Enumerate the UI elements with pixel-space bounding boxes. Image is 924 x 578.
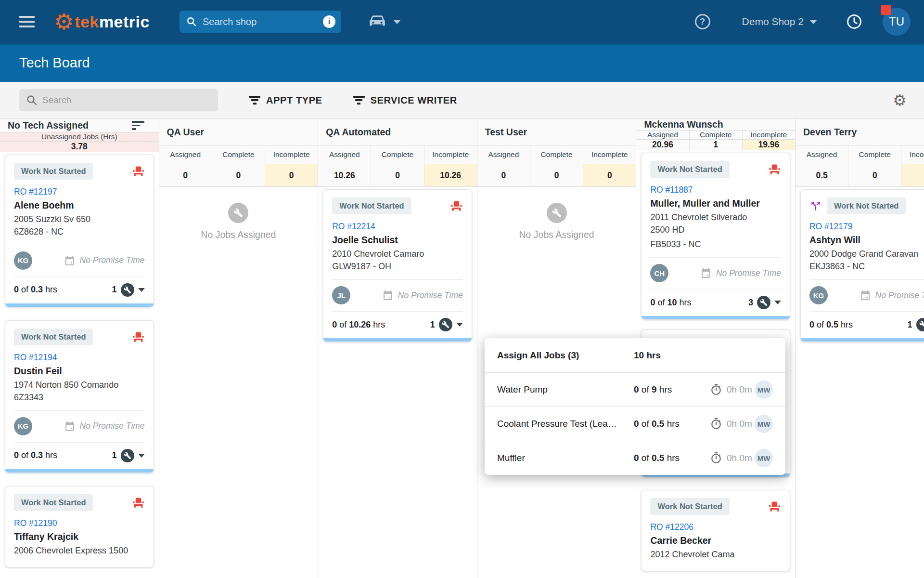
ro-link[interactable]: RO #11887 bbox=[650, 185, 781, 195]
popup-job-row[interactable]: Water Pump 0 of 9 hrs 0h 0m MW bbox=[485, 372, 785, 407]
wrench-icon bbox=[916, 318, 924, 331]
assigned-label: Assigned bbox=[159, 145, 212, 164]
ro-link[interactable]: RO #12190 bbox=[14, 518, 145, 528]
plate-info: FB5033 - NC bbox=[650, 238, 781, 250]
job-card[interactable]: Work Not Started RO #11887 Muller, Mulle… bbox=[641, 153, 790, 320]
tech-avatar: JL bbox=[332, 286, 350, 304]
ro-link[interactable]: RO #12206 bbox=[650, 522, 781, 532]
search-icon bbox=[186, 16, 197, 27]
job-card[interactable]: Work Not Started RO #12197 Alene Boehm 2… bbox=[5, 155, 154, 307]
filter-icon bbox=[249, 94, 260, 106]
incomplete-label: Incomplete bbox=[743, 131, 795, 139]
job-card[interactable]: Work Not Started RO #12179 Ashtyn Will 2… bbox=[800, 189, 924, 342]
job-count: 3 bbox=[748, 298, 753, 308]
assign-all-jobs-row[interactable]: Assign All Jobs (3) 10 hrs bbox=[485, 338, 785, 372]
brand-tek: tek bbox=[75, 13, 99, 31]
user-avatar[interactable]: TU bbox=[883, 8, 911, 36]
promise-time: No Promise Time bbox=[716, 268, 781, 278]
job-card[interactable]: Work Not Started RO #12206 Carrie Becker… bbox=[641, 490, 790, 571]
job-count-dropdown[interactable]: 1 bbox=[908, 318, 924, 331]
job-name: Muffler bbox=[497, 453, 634, 463]
column-deven-terry: Deven Terry Assigned Complete Incomplete… bbox=[796, 119, 924, 578]
time-clock-icon[interactable] bbox=[846, 13, 862, 30]
incomplete-label: Incomplete bbox=[583, 145, 636, 164]
sort-icon[interactable] bbox=[132, 119, 144, 132]
incomplete-value: 0 bbox=[583, 164, 636, 186]
hours-progress: 0 of 10.26 hrs bbox=[332, 320, 385, 330]
complete-value: 0 bbox=[848, 164, 901, 186]
ro-link[interactable]: RO #12214 bbox=[332, 222, 463, 232]
complete-label: Complete bbox=[848, 145, 901, 164]
brand-metric: metric bbox=[99, 13, 150, 31]
incomplete-value: 0 bbox=[265, 164, 318, 186]
card-progress-strip bbox=[642, 316, 790, 319]
job-count-dropdown[interactable]: 1 bbox=[112, 449, 145, 462]
ro-link[interactable]: RO #12197 bbox=[14, 187, 145, 197]
complete-label: Complete bbox=[690, 131, 743, 139]
popup-job-row[interactable]: Muffler 0 of 0.5 hrs 0h 0m MW bbox=[485, 441, 785, 475]
no-jobs-placeholder: No Jobs Assigned bbox=[482, 189, 631, 240]
tech-avatar: MW bbox=[755, 381, 773, 399]
job-card[interactable]: Work Not Started RO #12214 Joelle Schuli… bbox=[323, 189, 472, 342]
vehicle-info: 1974 Norton 850 Comando bbox=[14, 379, 145, 391]
complete-label: Complete bbox=[212, 145, 265, 164]
job-count-dropdown[interactable]: 1 bbox=[112, 283, 145, 297]
card-progress-strip bbox=[801, 338, 924, 342]
service-writer-filter[interactable]: SERVICE WRITER bbox=[353, 94, 457, 106]
column-no-tech-assigned: No Tech Assigned Unassigned Jobs (Hrs) 3… bbox=[0, 119, 159, 578]
menu-icon[interactable] bbox=[19, 13, 35, 30]
card-progress-strip bbox=[5, 303, 154, 307]
appt-type-filter[interactable]: APPT TYPE bbox=[249, 94, 322, 106]
calendar-icon bbox=[700, 267, 712, 279]
promise-time: No Promise Time bbox=[398, 290, 463, 301]
wrench-icon bbox=[439, 318, 452, 331]
no-jobs-placeholder: No Jobs Assigned bbox=[164, 189, 313, 240]
ro-link[interactable]: RO #12179 bbox=[809, 222, 924, 232]
calendar-icon bbox=[382, 289, 394, 301]
assigned-value: 0 bbox=[477, 164, 530, 186]
status-badge: Work Not Started bbox=[14, 163, 93, 180]
car-icon bbox=[368, 14, 386, 29]
unassigned-jobs-value: 3.78 bbox=[0, 142, 159, 152]
help-icon[interactable]: ? bbox=[695, 14, 710, 29]
filter-bar: APPT TYPE SERVICE WRITER ⚙ bbox=[0, 82, 924, 118]
promise-time: No Promise Time bbox=[875, 290, 924, 301]
settings-gear-icon[interactable]: ⚙ bbox=[893, 91, 907, 109]
column-title: QA Automated bbox=[326, 127, 391, 138]
assign-all-label: Assign All Jobs (3) bbox=[497, 350, 634, 361]
shop-search[interactable]: i bbox=[180, 11, 341, 33]
board-search-input[interactable] bbox=[42, 95, 201, 105]
waiter-seat-icon bbox=[450, 199, 463, 212]
popup-job-row[interactable]: Coolant Pressure Test (Lea… 0 of 0.5 hrs… bbox=[485, 407, 785, 441]
timer-icon bbox=[710, 383, 722, 396]
incomplete-value: 0 bbox=[901, 164, 924, 186]
job-count-dropdown[interactable]: 1 bbox=[430, 318, 463, 331]
job-clocked-time: 0h 0m bbox=[727, 453, 752, 463]
shop-search-input[interactable] bbox=[203, 16, 313, 27]
shop-name: Demo Shop 2 bbox=[742, 16, 804, 27]
shop-selector[interactable]: Demo Shop 2 bbox=[742, 16, 817, 27]
board-search[interactable] bbox=[19, 89, 218, 111]
promise-time: No Promise Time bbox=[80, 255, 145, 265]
job-count-dropdown[interactable]: 3 bbox=[748, 296, 781, 309]
assigned-value: 0.5 bbox=[796, 164, 848, 186]
incomplete-label: Incomplete bbox=[901, 145, 924, 164]
job-clocked-time: 0h 0m bbox=[727, 419, 752, 429]
unassigned-jobs-label: Unassigned Jobs (Hrs) bbox=[0, 132, 159, 141]
status-badge: Work Not Started bbox=[14, 494, 93, 511]
waiter-seat-icon bbox=[768, 163, 781, 176]
info-icon[interactable]: i bbox=[323, 15, 335, 28]
job-card[interactable]: Work Not Started RO #12194 Dustin Feil 1… bbox=[5, 320, 154, 473]
job-card[interactable]: Work Not Started RO #12190 Tiffany Krajc… bbox=[5, 486, 154, 567]
timer-icon bbox=[710, 418, 722, 430]
customer-name: Carrie Becker bbox=[650, 535, 781, 546]
customer-name: Muller, Muller and Muller bbox=[650, 198, 781, 209]
plate-info: EKJ3863 - NC bbox=[809, 260, 924, 273]
status-badge: Work Not Started bbox=[650, 161, 729, 178]
wrench-icon bbox=[757, 296, 770, 309]
incomplete-value: 19.96 bbox=[743, 140, 795, 150]
no-jobs-text: No Jobs Assigned bbox=[164, 229, 313, 240]
ro-link[interactable]: RO #12194 bbox=[14, 353, 145, 363]
tekmetric-logo[interactable]: ⚙ tek metric bbox=[54, 11, 150, 33]
vehicle-picker[interactable] bbox=[368, 14, 401, 29]
